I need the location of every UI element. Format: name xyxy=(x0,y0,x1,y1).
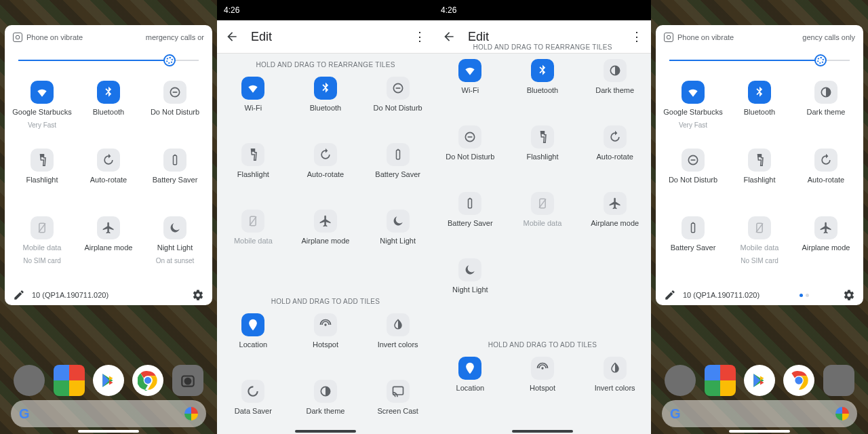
tile-bt[interactable]: Bluetooth xyxy=(75,77,142,144)
tile-data[interactable]: Mobile dataNo SIM card xyxy=(726,212,793,280)
play-store-icon[interactable] xyxy=(93,365,124,396)
tile-rotate[interactable]: Auto-rotate xyxy=(75,144,142,212)
photos-icon[interactable] xyxy=(705,365,736,396)
tile-label: Google Starbucks xyxy=(663,108,722,117)
tile-flash[interactable]: Flashlight xyxy=(9,144,75,212)
tile-night-light[interactable]: Night Light xyxy=(361,205,434,272)
tile-dark-theme[interactable]: Dark theme xyxy=(578,55,651,121)
plane-icon xyxy=(97,216,120,239)
tile-night[interactable]: Night LightOn at sunset xyxy=(142,212,208,280)
tile-wi-fi[interactable]: Wi-Fi xyxy=(434,55,507,121)
overflow-icon[interactable]: ⋮ xyxy=(414,29,426,44)
tile-bluetooth[interactable]: Bluetooth xyxy=(507,55,579,121)
tile-flashlight[interactable]: Flashlight xyxy=(217,139,290,205)
svg-point-32 xyxy=(469,365,471,368)
tile-label: Wi-Fi xyxy=(245,104,262,113)
tile-mobile-data[interactable]: Mobile data xyxy=(217,205,290,272)
rotate-icon xyxy=(814,149,837,172)
svg-point-10 xyxy=(184,378,191,385)
svg-rect-4 xyxy=(174,155,176,156)
plane-icon xyxy=(314,210,337,233)
tile-mobile-data[interactable]: Mobile data xyxy=(507,188,579,254)
tile-battery[interactable]: Battery Saver xyxy=(660,212,726,280)
edit-icon[interactable] xyxy=(13,289,25,301)
tile-dark-theme[interactable]: Dark theme xyxy=(290,376,362,434)
sim-icon xyxy=(31,216,54,239)
tile-auto-rotate[interactable]: Auto-rotate xyxy=(290,139,362,205)
tile-airplane-mode[interactable]: Airplane mode xyxy=(578,188,651,254)
tile-hotspot[interactable]: Hotspot xyxy=(507,353,579,419)
edit-icon[interactable] xyxy=(664,289,676,301)
brightness-slider[interactable] xyxy=(18,52,199,68)
google-logo-icon: G xyxy=(19,406,30,422)
app-icon[interactable] xyxy=(14,365,45,396)
nav-handle[interactable] xyxy=(78,430,139,433)
tile-screen-cast[interactable]: Screen Cast xyxy=(361,376,434,434)
rotate-icon xyxy=(97,149,120,172)
back-icon[interactable] xyxy=(225,30,239,43)
tile-rotate[interactable]: Auto-rotate xyxy=(793,144,859,212)
quick-settings-panel[interactable]: Phone on vibrate gency calls only Google… xyxy=(656,25,863,305)
moon-icon xyxy=(458,258,481,281)
tile-dark[interactable]: Dark theme xyxy=(793,77,859,144)
tile-flash[interactable]: Flashlight xyxy=(726,144,793,212)
tile-label: Google Starbucks xyxy=(12,108,71,117)
emergency-text: mergency calls or xyxy=(146,33,204,41)
app-icon[interactable] xyxy=(665,365,696,396)
tile-wifi[interactable]: Google StarbucksVery Fast xyxy=(9,77,75,144)
quick-settings-panel[interactable]: Phone on vibrate mergency calls or Googl… xyxy=(5,25,212,305)
chrome-icon[interactable] xyxy=(783,365,814,396)
svg-rect-3 xyxy=(174,155,177,164)
tile-dnd[interactable]: Do Not Disturb xyxy=(660,144,726,212)
chrome-icon[interactable] xyxy=(132,365,163,396)
tile-data[interactable]: Mobile dataNo SIM card xyxy=(9,212,75,280)
search-bar[interactable]: G xyxy=(662,400,857,427)
settings-icon[interactable] xyxy=(843,289,855,301)
tile-bt[interactable]: Bluetooth xyxy=(726,77,793,144)
flash-icon xyxy=(531,125,554,149)
wifi-icon xyxy=(458,59,481,82)
play-store-icon[interactable] xyxy=(744,365,775,396)
tile-location[interactable]: Location xyxy=(434,353,507,419)
page-indicator xyxy=(800,294,809,297)
tile-battery-saver[interactable]: Battery Saver xyxy=(434,188,507,254)
tile-wi-fi[interactable]: Wi-Fi xyxy=(217,73,290,139)
tile-wifi[interactable]: Google StarbucksVery Fast xyxy=(660,77,726,144)
tile-do-not-disturb[interactable]: Do Not Disturb xyxy=(434,121,507,188)
tile-air[interactable]: Airplane mode xyxy=(793,212,859,280)
brightness-slider[interactable] xyxy=(669,52,850,68)
add-hint: HOLD AND DRAG TO ADD TILES xyxy=(217,290,434,309)
tile-label: Do Not Disturb xyxy=(151,108,199,117)
assistant-icon[interactable] xyxy=(835,407,849,420)
tile-location[interactable]: Location xyxy=(217,309,290,376)
settings-icon[interactable] xyxy=(192,289,204,301)
brightness-thumb-icon[interactable] xyxy=(814,54,827,66)
tile-label: Location xyxy=(456,384,485,393)
tile-label: Battery Saver xyxy=(671,243,716,253)
tile-battery[interactable]: Battery Saver xyxy=(142,144,208,212)
tile-air[interactable]: Airplane mode xyxy=(75,212,142,280)
tile-dnd[interactable]: Do Not Disturb xyxy=(142,77,208,144)
tile-battery-saver[interactable]: Battery Saver xyxy=(361,139,434,205)
nav-handle[interactable] xyxy=(512,430,573,433)
photos-icon[interactable] xyxy=(54,365,85,396)
search-bar[interactable]: G xyxy=(11,400,206,427)
tile-data-saver[interactable]: Data Saver xyxy=(217,376,290,434)
tile-do-not-disturb[interactable]: Do Not Disturb xyxy=(361,73,434,139)
camera-icon[interactable] xyxy=(823,365,854,396)
tile-auto-rotate[interactable]: Auto-rotate xyxy=(578,121,651,188)
nav-handle[interactable] xyxy=(729,430,790,433)
camera-icon[interactable] xyxy=(172,365,203,396)
tile-bluetooth[interactable]: Bluetooth xyxy=(290,73,362,139)
tile-flashlight[interactable]: Flashlight xyxy=(507,121,579,188)
tile-airplane-mode[interactable]: Airplane mode xyxy=(290,205,362,272)
nav-handle[interactable] xyxy=(295,430,356,433)
assistant-icon[interactable] xyxy=(184,407,198,420)
tile-invert-colors[interactable]: Invert colors xyxy=(578,353,651,419)
back-icon[interactable] xyxy=(442,30,456,43)
tile-invert-colors[interactable]: Invert colors xyxy=(361,309,434,376)
dnd-icon xyxy=(163,81,186,104)
tile-night-light[interactable]: Night Light xyxy=(434,254,507,321)
tile-hotspot[interactable]: Hotspot xyxy=(290,309,362,376)
brightness-thumb-icon[interactable] xyxy=(163,54,176,66)
